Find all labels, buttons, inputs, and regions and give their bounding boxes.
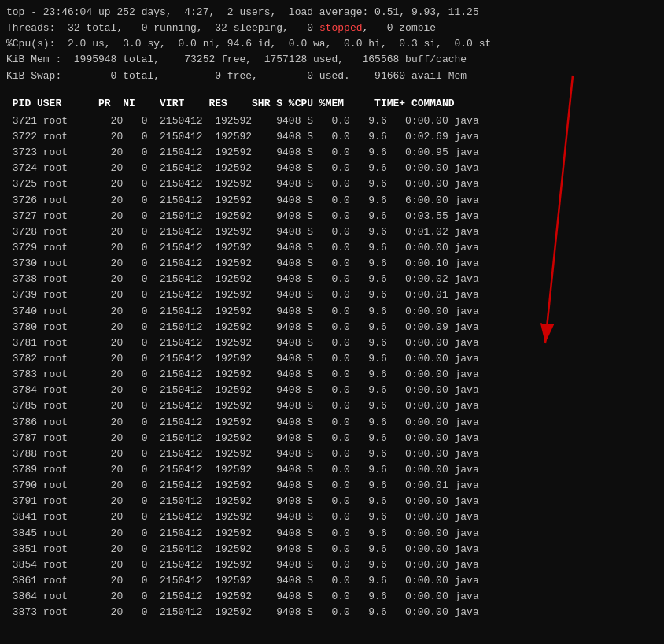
process-row: 3864 root 20 0 2150412 192592 9408 S 0.0… <box>6 589 658 605</box>
header-line-3: %Cpu(s): 2.0 us, 3.0 sy, 0.0 ni, 94.6 id… <box>6 36 658 52</box>
process-row: 3841 root 20 0 2150412 192592 9408 S 0.0… <box>6 509 658 525</box>
process-row: 3726 root 20 0 2150412 192592 9408 S 0.0… <box>6 193 658 209</box>
process-row: 3740 root 20 0 2150412 192592 9408 S 0.0… <box>6 304 658 320</box>
process-row: 3790 root 20 0 2150412 192592 9408 S 0.0… <box>6 478 658 494</box>
header-line-2: Threads: 32 total, 0 running, 32 sleepin… <box>6 20 658 36</box>
process-row: 3724 root 20 0 2150412 192592 9408 S 0.0… <box>6 161 658 176</box>
process-row: 3788 root 20 0 2150412 192592 9408 S 0.0… <box>6 446 658 462</box>
process-row: 3739 root 20 0 2150412 192592 9408 S 0.0… <box>6 287 658 303</box>
process-row: 3786 root 20 0 2150412 192592 9408 S 0.0… <box>6 415 658 431</box>
process-row: 3851 root 20 0 2150412 192592 9408 S 0.0… <box>6 542 658 557</box>
process-table: 3721 root 20 0 2150412 192592 9408 S 0.0… <box>6 113 658 621</box>
header-divider <box>6 91 658 91</box>
header-line-4: KiB Mem : 1995948 total, 73252 free, 175… <box>6 52 658 68</box>
process-row: 3785 root 20 0 2150412 192592 9408 S 0.0… <box>6 398 658 414</box>
process-row: 3783 root 20 0 2150412 192592 9408 S 0.0… <box>6 367 658 383</box>
process-row: 3784 root 20 0 2150412 192592 9408 S 0.0… <box>6 383 658 398</box>
process-row: 3861 root 20 0 2150412 192592 9408 S 0.0… <box>6 573 658 589</box>
header-line-1: top - 23:46:04 up 252 days, 4:27, 2 user… <box>6 5 658 20</box>
header-section: top - 23:46:04 up 252 days, 4:27, 2 user… <box>6 5 658 84</box>
process-row: 3727 root 20 0 2150412 192592 9408 S 0.0… <box>6 209 658 224</box>
process-row: 3738 root 20 0 2150412 192592 9408 S 0.0… <box>6 272 658 287</box>
process-row: 3791 root 20 0 2150412 192592 9408 S 0.0… <box>6 494 658 509</box>
process-row: 3723 root 20 0 2150412 192592 9408 S 0.0… <box>6 145 658 161</box>
process-row: 3730 root 20 0 2150412 192592 9408 S 0.0… <box>6 256 658 272</box>
process-row: 3781 root 20 0 2150412 192592 9408 S 0.0… <box>6 335 658 351</box>
process-row: 3780 root 20 0 2150412 192592 9408 S 0.0… <box>6 320 658 335</box>
process-row: 3854 root 20 0 2150412 192592 9408 S 0.0… <box>6 557 658 573</box>
process-row: 3721 root 20 0 2150412 192592 9408 S 0.0… <box>6 113 658 129</box>
process-row: 3728 root 20 0 2150412 192592 9408 S 0.0… <box>6 224 658 240</box>
process-row: 3729 root 20 0 2150412 192592 9408 S 0.0… <box>6 240 658 256</box>
table-header: PID USER PR NI VIRT RES SHR S %CPU %MEM … <box>6 96 658 112</box>
process-row: 3873 root 20 0 2150412 192592 9408 S 0.0… <box>6 605 658 620</box>
process-row: 3789 root 20 0 2150412 192592 9408 S 0.0… <box>6 462 658 478</box>
process-row: 3782 root 20 0 2150412 192592 9408 S 0.0… <box>6 351 658 367</box>
process-row: 3725 root 20 0 2150412 192592 9408 S 0.0… <box>6 176 658 192</box>
process-row: 3787 root 20 0 2150412 192592 9408 S 0.0… <box>6 431 658 446</box>
process-row: 3845 root 20 0 2150412 192592 9408 S 0.0… <box>6 526 658 542</box>
terminal: top - 23:46:04 up 252 days, 4:27, 2 user… <box>6 5 658 620</box>
header-line-5: KiB Swap: 0 total, 0 free, 0 used. 91660… <box>6 68 658 84</box>
process-row: 3722 root 20 0 2150412 192592 9408 S 0.0… <box>6 129 658 145</box>
